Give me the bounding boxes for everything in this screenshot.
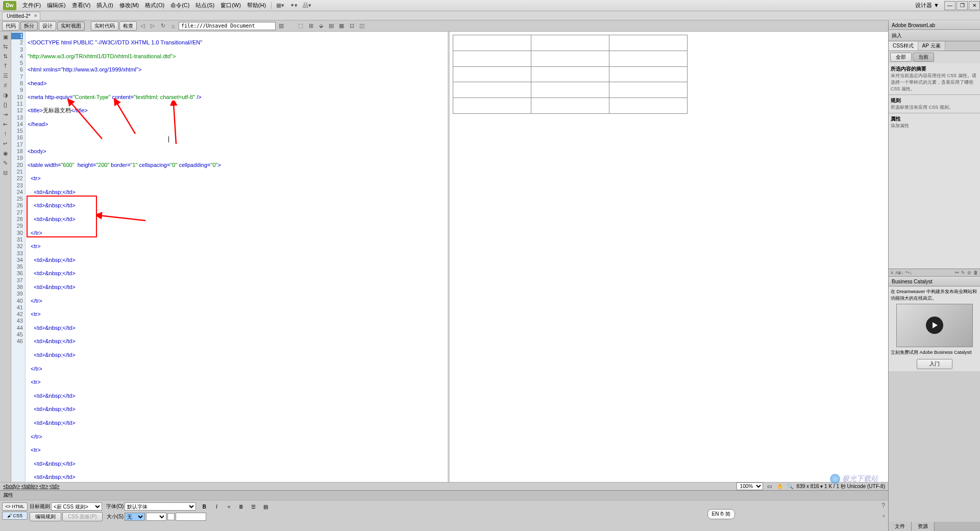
tsi-line[interactable]: # — [2, 81, 10, 89]
inspect-button[interactable]: 检查 — [119, 21, 137, 31]
mi-3[interactable]: *+↓ — [905, 270, 912, 275]
mi-1[interactable]: ≡ — [891, 270, 893, 275]
tag-td[interactable]: <td> — [50, 484, 60, 489]
mi-disable[interactable]: ⊘ — [967, 270, 971, 275]
italic-button[interactable]: I — [212, 502, 220, 511]
document-tab[interactable]: Untitled-2* ✕ — [2, 12, 40, 20]
mi-link[interactable]: ⚯ — [955, 270, 959, 275]
align-justify-icon[interactable]: ▤ — [261, 502, 270, 511]
address-input[interactable] — [179, 22, 276, 30]
menu-view[interactable]: 查看(V) — [69, 0, 94, 11]
browse-icon[interactable]: ▥ — [277, 21, 286, 31]
panel-browserlab[interactable]: Adobe BrowserLab — [889, 20, 980, 30]
tsi-indent[interactable]: ⇥ — [2, 110, 10, 118]
font-select[interactable]: 默认字体 — [125, 502, 196, 511]
menu-edit[interactable]: 编辑(E) — [44, 0, 69, 11]
view-live-button[interactable]: 实时视图 — [57, 21, 85, 31]
extend-icon[interactable]: ✦▾ — [289, 1, 298, 10]
tab-assets[interactable]: 资源 — [912, 522, 935, 531]
menu-site[interactable]: 站点(S) — [192, 0, 217, 11]
menu-help[interactable]: 帮助(H) — [244, 0, 269, 11]
play-icon[interactable] — [926, 317, 943, 334]
back-icon[interactable]: ◁ — [138, 21, 147, 31]
live-code-button[interactable]: 实时代码 — [91, 21, 118, 31]
tab-files[interactable]: 文件 — [889, 522, 912, 531]
css-mode-chip[interactable]: 🖌 CSS — [2, 512, 28, 520]
tsi-highlight[interactable]: ◑ — [2, 91, 10, 99]
css-panel-button[interactable]: CSS 面板(P) — [62, 512, 103, 521]
edit-rule-button[interactable]: 编辑规则 — [30, 512, 61, 521]
close-icon[interactable]: ✕ — [34, 13, 38, 18]
panel-business-catalyst[interactable]: Business Catalyst — [889, 277, 980, 286]
tsi-comment[interactable]: ! — [2, 130, 10, 138]
align-center-icon[interactable]: ≣ — [237, 502, 245, 511]
html-mode-chip[interactable]: <> HTML — [2, 502, 28, 511]
preview-table[interactable] — [453, 35, 688, 114]
tsi-recent[interactable]: ◉ — [2, 149, 10, 157]
tsi-syntax[interactable]: {} — [2, 101, 10, 109]
tool-icon-2[interactable]: ⊞ — [306, 21, 315, 31]
tool-icon-1[interactable]: ⬚ — [296, 21, 305, 31]
mi-2[interactable]: Aƶ↓ — [895, 270, 903, 275]
panel-insert[interactable]: 插入 — [889, 30, 980, 41]
tag-body[interactable]: <body> — [3, 484, 20, 489]
tsi-format[interactable]: ⊟ — [2, 168, 10, 177]
zoom-tool-icon[interactable]: 🔍 — [787, 483, 794, 490]
window-close-button[interactable]: ✕ — [969, 1, 980, 10]
size-select[interactable]: 无 — [125, 513, 145, 521]
tag-table[interactable]: <table> — [21, 484, 38, 489]
color-input[interactable] — [176, 513, 206, 521]
tsi-wrap[interactable]: ↵ — [2, 139, 10, 148]
site-icon[interactable]: 品▾ — [302, 1, 311, 10]
tsi-open[interactable]: ▣ — [2, 33, 10, 41]
css-current-button[interactable]: 当前 — [913, 53, 934, 62]
align-right-icon[interactable]: ☰ — [249, 502, 257, 511]
tool-icon-6[interactable]: ⊡ — [347, 21, 356, 31]
bc-video-thumb[interactable] — [896, 304, 973, 347]
tab-ap-elements[interactable]: AP 元素 — [918, 41, 945, 51]
workspace-switcher[interactable]: 设计器 ▼ — [915, 2, 939, 9]
css-all-button[interactable]: 全部 — [890, 53, 912, 62]
zoom-select[interactable]: 100% — [737, 482, 763, 490]
tsi-expand[interactable]: ⇅ — [2, 52, 10, 60]
ime-indicator[interactable]: EN ⥁ 简 — [707, 509, 735, 519]
refresh-icon[interactable]: ↻ — [158, 21, 167, 31]
tool-icon-4[interactable]: ▤ — [327, 21, 336, 31]
view-design-button[interactable]: 设计 — [39, 21, 56, 31]
view-code-button[interactable]: 代码 — [2, 21, 19, 31]
add-property-link[interactable]: 添加属性 — [891, 123, 909, 128]
menu-window[interactable]: 窗口(W) — [217, 0, 244, 11]
tsi-collapse[interactable]: ⇆ — [2, 42, 10, 51]
select-tool-icon[interactable]: ▭ — [766, 483, 773, 490]
align-left-icon[interactable]: ≡ — [225, 502, 233, 511]
menu-modify[interactable]: 修改(M) — [116, 0, 142, 11]
view-split-button[interactable]: 拆分 — [20, 21, 38, 31]
window-minimize-button[interactable]: — — [944, 1, 955, 10]
window-restore-button[interactable]: ❐ — [957, 1, 968, 10]
menu-commands[interactable]: 命令(C) — [167, 0, 192, 11]
menu-format[interactable]: 格式(O) — [142, 0, 167, 11]
tsi-select[interactable]: ☰ — [2, 71, 10, 80]
design-preview[interactable] — [450, 32, 888, 482]
bc-start-button[interactable]: 入门 — [917, 359, 952, 369]
help-icon[interactable]: ? — [881, 502, 885, 509]
mi-trash[interactable]: 🗑 — [973, 270, 978, 275]
tab-css-styles[interactable]: CSS样式 — [889, 41, 918, 51]
size-unit-select[interactable] — [146, 513, 166, 521]
code-editor[interactable]: 1 234 567 8910 111213 141516 171819 2021… — [11, 32, 450, 482]
tsi-parent[interactable]: ⤒ — [2, 62, 10, 70]
mi-new[interactable]: ✎ — [961, 270, 965, 275]
tool-icon-3[interactable]: ⬙ — [316, 21, 326, 31]
layout-icon[interactable]: ▦▾ — [276, 1, 285, 10]
tool-icon-7[interactable]: ◫ — [357, 21, 366, 31]
hand-tool-icon[interactable]: ✋ — [776, 483, 783, 490]
code-content[interactable]: <!DOCTYPE html PUBLIC "-//W3C//DTD XHTML… — [26, 32, 448, 482]
tag-tr[interactable]: <tr> — [39, 484, 48, 489]
bold-button[interactable]: B — [200, 502, 208, 511]
tsi-snippet[interactable]: ✎ — [2, 159, 10, 167]
target-rule-select[interactable]: <新 CSS 规则> — [51, 502, 102, 511]
menu-file[interactable]: 文件(F) — [19, 0, 44, 11]
tool-icon-5[interactable]: ▦ — [337, 21, 346, 31]
forward-icon[interactable]: ▷ — [148, 21, 157, 31]
menu-insert[interactable]: 插入(I) — [93, 0, 116, 11]
